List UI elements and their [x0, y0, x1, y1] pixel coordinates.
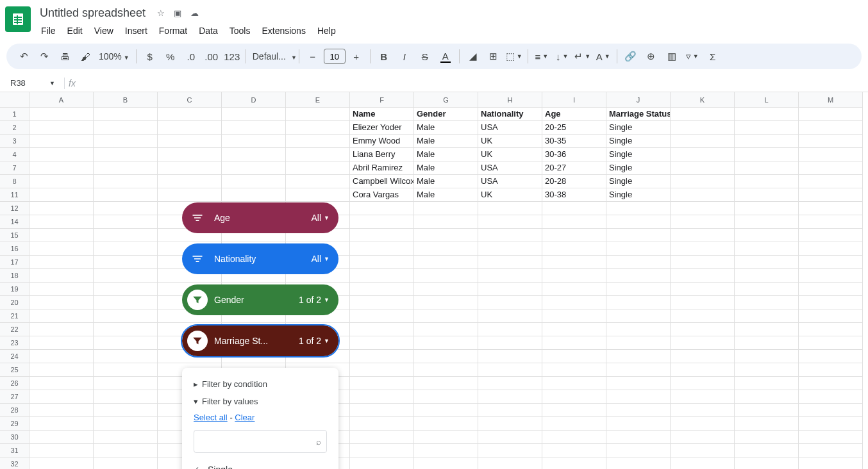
cell-M17[interactable]: [799, 256, 863, 269]
row-header-32[interactable]: 32: [0, 457, 29, 469]
cell-L3[interactable]: [735, 135, 799, 148]
cell-B32[interactable]: [94, 457, 158, 469]
cell-M15[interactable]: [799, 229, 863, 242]
row-header-30[interactable]: 30: [0, 431, 29, 444]
cell-F21[interactable]: [350, 309, 414, 323]
cell-M28[interactable]: [799, 404, 863, 417]
cell-B27[interactable]: [94, 390, 158, 404]
cell-H2[interactable]: USA: [478, 121, 542, 135]
row-header-1[interactable]: 1: [0, 108, 29, 121]
cell-M29[interactable]: [799, 417, 863, 431]
cell-E8[interactable]: [286, 175, 350, 188]
row-header-28[interactable]: 28: [0, 404, 29, 417]
cell-A18[interactable]: [29, 269, 94, 283]
cell-G23[interactable]: [414, 336, 478, 350]
cell-K26[interactable]: [671, 377, 735, 390]
filter-search-input[interactable]: [199, 437, 316, 447]
cell-J1[interactable]: Marriage Status: [606, 108, 671, 121]
cell-A8[interactable]: [29, 175, 94, 188]
cell-H28[interactable]: [478, 404, 542, 417]
cell-H25[interactable]: [478, 363, 542, 377]
cell-G11[interactable]: Male: [414, 188, 478, 202]
cell-J27[interactable]: [606, 390, 671, 404]
cell-M22[interactable]: [799, 323, 863, 336]
cell-J31[interactable]: [606, 444, 671, 457]
filter-by-condition[interactable]: ▸Filter by condition: [182, 375, 338, 393]
cell-A29[interactable]: [29, 417, 94, 431]
cell-A4[interactable]: [29, 148, 94, 161]
cell-M18[interactable]: [799, 269, 863, 283]
cell-J28[interactable]: [606, 404, 671, 417]
cell-H3[interactable]: UK: [478, 135, 542, 148]
cell-F11[interactable]: Cora Vargas: [350, 188, 414, 202]
cell-M14[interactable]: [799, 215, 863, 229]
cell-E4[interactable]: [286, 148, 350, 161]
cell-B16[interactable]: [94, 242, 158, 256]
row-header-23[interactable]: 23: [0, 336, 29, 350]
currency-button[interactable]: $: [140, 47, 160, 66]
cell-B28[interactable]: [94, 404, 158, 417]
rotate-button[interactable]: A▼: [594, 47, 613, 66]
undo-button[interactable]: ↶: [14, 47, 33, 66]
row-header-26[interactable]: 26: [0, 377, 29, 390]
cell-K24[interactable]: [671, 350, 735, 363]
cell-G7[interactable]: Male: [414, 161, 478, 175]
cell-M4[interactable]: [799, 148, 863, 161]
cell-J26[interactable]: [606, 377, 671, 390]
cell-I22[interactable]: [542, 323, 606, 336]
col-header-H[interactable]: H: [478, 92, 542, 108]
cell-I32[interactable]: [542, 457, 606, 469]
cell-C4[interactable]: [158, 148, 222, 161]
cell-F28[interactable]: [350, 404, 414, 417]
doc-title[interactable]: Untitled spreadsheet: [36, 5, 149, 21]
cell-G19[interactable]: [414, 283, 478, 296]
select-all-link[interactable]: Select all: [194, 413, 228, 422]
cell-J29[interactable]: [606, 417, 671, 431]
wrap-button[interactable]: ↵▼: [573, 47, 592, 66]
cell-K4[interactable]: [671, 148, 735, 161]
cell-I27[interactable]: [542, 390, 606, 404]
cell-A28[interactable]: [29, 404, 94, 417]
row-header-2[interactable]: 2: [0, 121, 29, 135]
name-box[interactable]: R38▼: [5, 78, 60, 88]
cell-E2[interactable]: [286, 121, 350, 135]
cell-K28[interactable]: [671, 404, 735, 417]
cell-M2[interactable]: [799, 121, 863, 135]
menu-view[interactable]: View: [89, 23, 119, 38]
cell-M27[interactable]: [799, 390, 863, 404]
increase-decimal-button[interactable]: .00: [202, 47, 221, 66]
filter-by-values[interactable]: ▾Filter by values: [182, 393, 338, 410]
cell-I7[interactable]: 20-27: [542, 161, 606, 175]
row-header-4[interactable]: 4: [0, 148, 29, 161]
cell-I16[interactable]: [542, 242, 606, 256]
cell-L25[interactable]: [735, 363, 799, 377]
cell-A26[interactable]: [29, 377, 94, 390]
cell-B24[interactable]: [94, 350, 158, 363]
cell-H7[interactable]: USA: [478, 161, 542, 175]
cell-F19[interactable]: [350, 283, 414, 296]
cell-J32[interactable]: [606, 457, 671, 469]
cell-E1[interactable]: [286, 108, 350, 121]
cell-B25[interactable]: [94, 363, 158, 377]
cell-K23[interactable]: [671, 336, 735, 350]
cell-L17[interactable]: [735, 256, 799, 269]
col-header-A[interactable]: A: [29, 92, 94, 108]
sheets-logo[interactable]: [5, 6, 31, 32]
cell-C2[interactable]: [158, 121, 222, 135]
cell-I12[interactable]: [542, 202, 606, 215]
cell-F3[interactable]: Emmy Wood: [350, 135, 414, 148]
col-header-M[interactable]: M: [799, 92, 863, 108]
cell-L11[interactable]: [735, 188, 799, 202]
cell-K14[interactable]: [671, 215, 735, 229]
cell-F4[interactable]: Liana Berry: [350, 148, 414, 161]
cell-L23[interactable]: [735, 336, 799, 350]
col-header-G[interactable]: G: [414, 92, 478, 108]
cell-J12[interactable]: [606, 202, 671, 215]
cell-K15[interactable]: [671, 229, 735, 242]
row-header-21[interactable]: 21: [0, 309, 29, 323]
strike-button[interactable]: S: [415, 47, 435, 66]
cell-A12[interactable]: [29, 202, 94, 215]
cell-F32[interactable]: [350, 457, 414, 469]
row-header-18[interactable]: 18: [0, 269, 29, 283]
cell-F29[interactable]: [350, 417, 414, 431]
